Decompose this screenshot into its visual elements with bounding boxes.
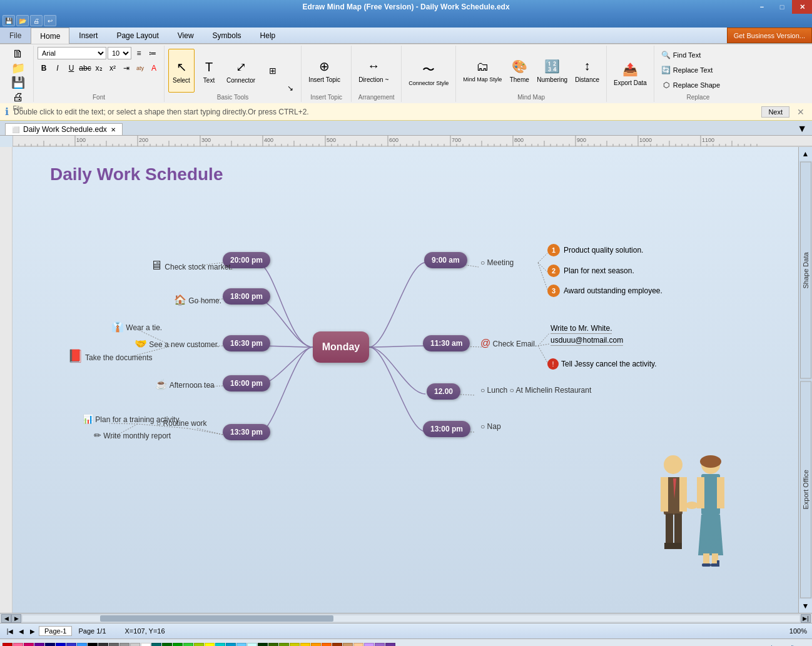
- maximize-button[interactable]: □: [772, 0, 792, 14]
- color-darkgray[interactable]: [98, 643, 108, 647]
- style-button[interactable]: aty: [134, 62, 146, 74]
- subscript-button[interactable]: x₂: [93, 62, 105, 74]
- tab-view[interactable]: View: [168, 28, 203, 43]
- underline-button[interactable]: U: [65, 62, 78, 74]
- color-magenta[interactable]: [24, 643, 34, 647]
- time-node-1300[interactable]: 13:00 pm: [423, 421, 470, 437]
- tab-file[interactable]: File: [0, 28, 31, 43]
- color-gray[interactable]: [109, 643, 119, 647]
- time-node-1200[interactable]: 12.00: [427, 383, 460, 400]
- color-yellow2[interactable]: [290, 643, 300, 647]
- color-lavender[interactable]: [364, 643, 374, 647]
- file-new[interactable]: 🗎: [9, 47, 27, 61]
- tab-symbols[interactable]: Symbols: [203, 28, 251, 43]
- nav-first[interactable]: |◀: [5, 626, 15, 636]
- distance-button[interactable]: ↕ Distance: [572, 48, 602, 92]
- more-tools-button[interactable]: ⊞: [260, 49, 286, 93]
- color-darkorange[interactable]: [322, 643, 332, 647]
- canvas-wrapper[interactable]: Daily Work Schedule Monday 20:00 pm 18:0…: [13, 147, 798, 613]
- color-teal[interactable]: [151, 643, 161, 647]
- color-royalblue[interactable]: [66, 643, 76, 647]
- color-cyan[interactable]: [215, 643, 225, 647]
- color-gold[interactable]: [300, 643, 310, 647]
- shape-data-tab[interactable]: Shape Data: [800, 162, 811, 379]
- color-yellow-green[interactable]: [194, 643, 204, 647]
- tab-help[interactable]: Help: [251, 28, 285, 43]
- arrangement-button[interactable]: ↔ Direction ~: [355, 48, 392, 92]
- close-button[interactable]: ✕: [792, 0, 812, 14]
- font-family-select[interactable]: Arial: [38, 47, 106, 59]
- scroll-right-btn2[interactable]: ▶: [11, 614, 21, 623]
- color-peach[interactable]: [353, 643, 363, 647]
- color-yellow[interactable]: [205, 643, 215, 647]
- theme-button[interactable]: 🎨 Theme: [506, 48, 532, 92]
- color-pink[interactable]: [13, 643, 23, 647]
- page-tab[interactable]: Page-1: [39, 626, 72, 636]
- color-darkgreen2[interactable]: [258, 643, 268, 647]
- replace-shape-button[interactable]: ⬡ Replace Shape: [658, 78, 723, 92]
- color-green-dark[interactable]: [162, 643, 172, 647]
- scroll-right-icon[interactable]: ▼: [797, 123, 807, 134]
- color-black[interactable]: [88, 643, 98, 647]
- get-business-button[interactable]: Get Business Version...: [727, 28, 812, 43]
- font-size-select[interactable]: 10: [108, 47, 131, 59]
- minimize-button[interactable]: −: [752, 0, 772, 14]
- qa-save[interactable]: 💾: [3, 15, 15, 26]
- time-node-900[interactable]: 9:00 am: [424, 252, 467, 268]
- color-darkblue[interactable]: [45, 643, 55, 647]
- nav-prev[interactable]: ◀: [16, 626, 26, 636]
- color-orange[interactable]: [311, 643, 321, 647]
- export-office-tab[interactable]: Export Office: [800, 381, 811, 598]
- bold-button[interactable]: B: [38, 62, 50, 74]
- color-lightgray[interactable]: [119, 643, 129, 647]
- file-print[interactable]: 🖨: [9, 90, 27, 104]
- color-lime[interactable]: [183, 643, 193, 647]
- color-green2[interactable]: [268, 643, 278, 647]
- color-red[interactable]: [3, 643, 13, 647]
- mindmap-style-button[interactable]: 🗂 Mind Map Style: [460, 48, 505, 92]
- next-button[interactable]: Next: [761, 106, 789, 118]
- time-node-1130[interactable]: 11:30 am: [423, 335, 470, 351]
- color-silver[interactable]: [130, 643, 140, 647]
- replace-text-button[interactable]: 🔄 Replace Text: [658, 63, 723, 77]
- color-brown[interactable]: [332, 643, 342, 647]
- connector-button[interactable]: ⤢ Connector: [223, 49, 258, 93]
- italic-button[interactable]: I: [51, 62, 64, 74]
- tab-insert[interactable]: Insert: [69, 28, 107, 43]
- color-purple2[interactable]: [385, 643, 395, 647]
- color-midblue[interactable]: [77, 643, 87, 647]
- basic-tools-expand[interactable]: ↘: [287, 84, 297, 93]
- text-button[interactable]: T Text: [196, 49, 222, 93]
- color-aqua[interactable]: [247, 643, 257, 647]
- color-olive[interactable]: [279, 643, 289, 647]
- time-node-1600[interactable]: 16:00 pm: [223, 375, 270, 391]
- tab-home[interactable]: Home: [31, 28, 69, 44]
- color-blue[interactable]: [56, 643, 66, 647]
- document-tab[interactable]: ⬜ Daily Work Schedule.edx ✕: [5, 123, 123, 135]
- h-scrollbar[interactable]: ◀ ▶ ▶|: [0, 613, 812, 623]
- nav-next[interactable]: ▶: [28, 626, 38, 636]
- tab-pagelayout[interactable]: Page Layout: [107, 28, 168, 43]
- align-button[interactable]: ≡: [133, 47, 145, 59]
- color-sky[interactable]: [226, 643, 236, 647]
- doc-tab-close[interactable]: ✕: [111, 126, 116, 133]
- export-button[interactable]: 📤 Export Data: [611, 51, 650, 95]
- scroll-down-button[interactable]: ▼: [799, 599, 813, 613]
- file-save[interactable]: 💾: [8, 76, 28, 89]
- superscript-button[interactable]: x²: [106, 62, 119, 74]
- qa-undo[interactable]: ↩: [44, 15, 56, 26]
- indent-button[interactable]: ⇥: [120, 62, 133, 74]
- qa-print[interactable]: 🖨: [30, 15, 43, 26]
- color-white[interactable]: [141, 643, 151, 647]
- central-node[interactable]: Monday: [313, 331, 369, 363]
- color-green[interactable]: [173, 643, 183, 647]
- time-node-1330[interactable]: 13:30 pm: [223, 424, 270, 440]
- color-purple-dark[interactable]: [34, 643, 44, 647]
- fontcolor-button[interactable]: A: [148, 62, 160, 74]
- select-button[interactable]: ↖ Select: [168, 49, 195, 93]
- h-scrollthumb[interactable]: [100, 615, 333, 622]
- scroll-up-button[interactable]: ▲: [799, 147, 813, 161]
- color-violet[interactable]: [375, 643, 385, 647]
- color-lightblue[interactable]: [236, 643, 246, 647]
- scroll-end-btn[interactable]: ▶|: [801, 614, 811, 623]
